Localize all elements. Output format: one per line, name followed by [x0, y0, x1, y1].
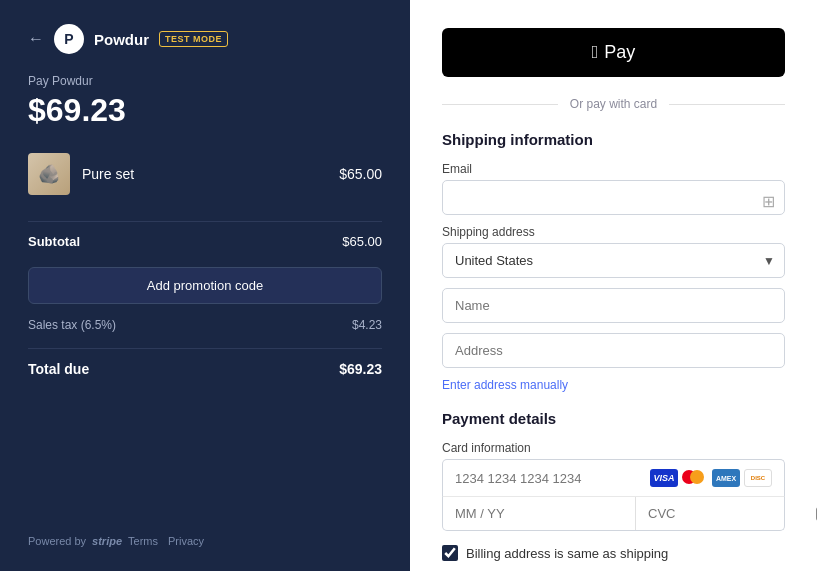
- apple-icon: : [592, 42, 599, 63]
- billing-same-as-shipping-checkbox[interactable]: [442, 545, 458, 561]
- card-number-row: VISA AMEX DISC: [442, 459, 785, 497]
- privacy-link[interactable]: Privacy: [168, 535, 204, 547]
- shipping-address-label: Shipping address: [442, 225, 785, 239]
- back-arrow-icon[interactable]: ←: [28, 30, 44, 48]
- amount: $69.23: [28, 92, 382, 129]
- add-promotion-code-button[interactable]: Add promotion code: [28, 267, 382, 304]
- left-footer: Powered by stripe Terms Privacy: [28, 535, 382, 547]
- total-label: Total due: [28, 361, 89, 377]
- back-nav: ← P Powdur TEST MODE: [28, 24, 382, 54]
- billing-checkbox-row: Billing address is same as shipping: [442, 545, 785, 561]
- product-name: Pure set: [82, 166, 327, 182]
- test-mode-badge: TEST MODE: [159, 31, 228, 47]
- product-thumbnail: 🪨: [28, 153, 70, 195]
- brand-logo: P: [54, 24, 84, 54]
- product-price: $65.00: [339, 166, 382, 182]
- email-field-wrapper: ⊞: [442, 180, 785, 225]
- subtotal-row: Subtotal $65.00: [28, 234, 382, 249]
- card-info-label: Card information: [442, 441, 785, 455]
- brand-name: Powdur: [94, 31, 149, 48]
- tax-row: Sales tax (6.5%) $4.23: [28, 318, 382, 332]
- payment-section: Payment details Card information VISA AM…: [442, 410, 785, 571]
- mastercard-logo: [682, 470, 708, 486]
- product-image: 🪨: [28, 153, 70, 195]
- tax-value: $4.23: [352, 318, 382, 332]
- subtotal-value: $65.00: [342, 234, 382, 249]
- tax-label: Sales tax (6.5%): [28, 318, 116, 332]
- expiry-input[interactable]: [443, 497, 636, 530]
- pay-label: Pay Powdur: [28, 74, 382, 88]
- or-divider-text: Or pay with card: [570, 97, 657, 111]
- amex-logo: AMEX: [712, 469, 740, 487]
- discover-logo: DISC: [744, 469, 772, 487]
- footer-links: Terms Privacy: [128, 535, 204, 547]
- card-number-input[interactable]: [455, 471, 650, 486]
- email-label: Email: [442, 162, 785, 176]
- email-autofill-icon: ⊞: [762, 191, 775, 210]
- enter-address-manually-link[interactable]: Enter address manually: [442, 378, 785, 392]
- name-input[interactable]: [442, 288, 785, 323]
- product-row: 🪨 Pure set $65.00: [28, 153, 382, 195]
- country-select[interactable]: United States: [442, 243, 785, 278]
- divider2: [28, 348, 382, 349]
- or-divider: Or pay with card: [442, 97, 785, 111]
- address-input[interactable]: [442, 333, 785, 368]
- email-input[interactable]: [442, 180, 785, 215]
- cvc-input[interactable]: [648, 506, 816, 521]
- billing-checkbox-label: Billing address is same as shipping: [466, 546, 668, 561]
- terms-link[interactable]: Terms: [128, 535, 158, 547]
- card-expiry-cvc-row: [442, 497, 785, 531]
- apple-pay-button[interactable]:  Pay: [442, 28, 785, 77]
- cvc-wrapper: [636, 497, 817, 530]
- apple-pay-label: Pay: [604, 42, 635, 63]
- visa-logo: VISA: [650, 469, 678, 487]
- payment-section-title: Payment details: [442, 410, 785, 427]
- shipping-section-title: Shipping information: [442, 131, 785, 148]
- card-logos: VISA AMEX DISC: [650, 469, 772, 487]
- powered-by-text: Powered by: [28, 535, 86, 547]
- divider: [28, 221, 382, 222]
- right-panel:  Pay Or pay with card Shipping informat…: [410, 0, 817, 571]
- stripe-logo: stripe: [92, 535, 122, 547]
- subtotal-label: Subtotal: [28, 234, 80, 249]
- total-value: $69.23: [339, 361, 382, 377]
- total-row: Total due $69.23: [28, 361, 382, 377]
- left-panel: ← P Powdur TEST MODE Pay Powdur $69.23 🪨…: [0, 0, 410, 571]
- country-select-wrapper: United States ▼: [442, 243, 785, 278]
